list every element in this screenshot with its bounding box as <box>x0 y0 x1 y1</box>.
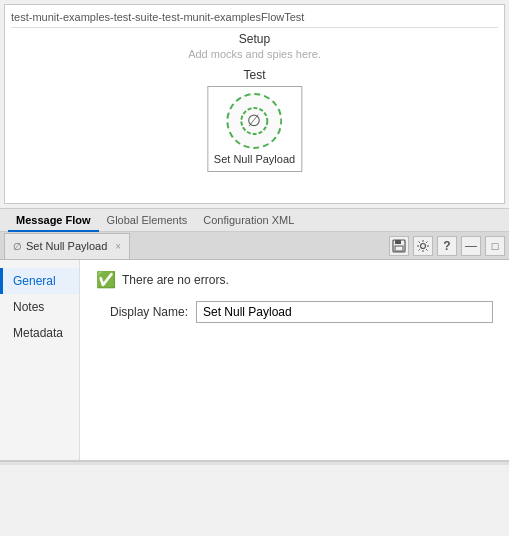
editor-tab-icon: ∅ <box>13 241 22 252</box>
nav-item-general[interactable]: General <box>0 268 79 294</box>
null-payload-svg: ∅ <box>238 105 270 137</box>
setup-label: Setup <box>11 32 498 46</box>
editor-content: General Notes Metadata ✅ There are no er… <box>0 260 509 460</box>
component-box[interactable]: ∅ Set Null Payload <box>207 86 302 172</box>
mock-hint: Add mocks and spies here. <box>11 48 498 60</box>
help-button[interactable]: ? <box>437 236 457 256</box>
status-bar: ✅ There are no errors. <box>96 270 493 289</box>
component-name: Set Null Payload <box>214 153 295 165</box>
minimize-icon: — <box>465 239 477 253</box>
editor-tab-row: ∅ Set Null Payload × ? <box>0 232 509 260</box>
tab-configuration-xml[interactable]: Configuration XML <box>195 208 302 232</box>
minimize-button[interactable]: — <box>461 236 481 256</box>
svg-rect-4 <box>395 246 403 251</box>
canvas-area: test-munit-examples-test-suite-test-muni… <box>4 4 505 204</box>
save-button[interactable] <box>389 236 409 256</box>
status-icon: ✅ <box>96 270 116 289</box>
tab-global-elements[interactable]: Global Elements <box>99 208 196 232</box>
tab-bar: Message Flow Global Elements Configurati… <box>0 208 509 232</box>
svg-text:∅: ∅ <box>247 112 261 129</box>
null-payload-icon: ∅ <box>226 93 282 149</box>
breadcrumb: test-munit-examples-test-suite-test-muni… <box>11 11 498 28</box>
nav-item-metadata[interactable]: Metadata <box>0 320 79 346</box>
save-icon <box>392 239 406 253</box>
maximize-icon: □ <box>492 240 499 252</box>
status-text: There are no errors. <box>122 273 229 287</box>
config-button[interactable] <box>413 236 433 256</box>
editor-tab[interactable]: ∅ Set Null Payload × <box>4 233 130 259</box>
maximize-button[interactable]: □ <box>485 236 505 256</box>
side-nav: General Notes Metadata <box>0 260 80 460</box>
editor-panel: ∅ Set Null Payload × ? <box>0 232 509 461</box>
svg-point-5 <box>421 243 426 248</box>
display-name-input[interactable] <box>196 301 493 323</box>
display-name-label: Display Name: <box>96 305 196 319</box>
config-icon <box>416 239 430 253</box>
editor-tab-label: Set Null Payload <box>26 240 107 252</box>
editor-tab-close-button[interactable]: × <box>115 241 121 252</box>
display-name-row: Display Name: <box>96 301 493 323</box>
resize-handle[interactable] <box>0 461 509 465</box>
toolbar-icons: ? — □ <box>389 236 505 256</box>
help-icon: ? <box>443 239 450 253</box>
editor-main: ✅ There are no errors. Display Name: <box>80 260 509 460</box>
nav-item-notes[interactable]: Notes <box>0 294 79 320</box>
svg-rect-3 <box>395 240 401 244</box>
test-label: Test <box>11 68 498 82</box>
tab-message-flow[interactable]: Message Flow <box>8 208 99 232</box>
